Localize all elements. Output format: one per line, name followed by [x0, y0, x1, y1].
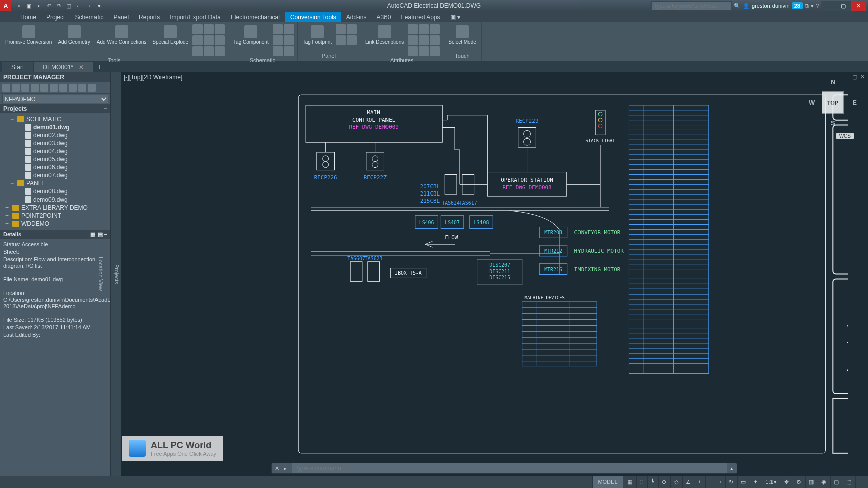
viewcube-east[interactable]: E: [852, 99, 857, 106]
status-otrack-icon[interactable]: ∠: [682, 476, 694, 488]
status-scale[interactable]: 1:1 ▾: [762, 476, 779, 488]
maximize-button[interactable]: ▢: [836, 1, 851, 11]
details-tool-1[interactable]: ▦: [90, 231, 95, 237]
tree-file-demo09[interactable]: demo09.dwg: [1, 196, 109, 204]
cart-icon[interactable]: ▾: [811, 3, 814, 9]
qat-fwd-icon[interactable]: →: [84, 1, 93, 10]
promise-conversion-button[interactable]: Promis-e Conversion: [3, 24, 54, 46]
command-input[interactable]: [292, 463, 727, 473]
tab-panel[interactable]: Panel: [108, 12, 134, 22]
pm-tool-6[interactable]: [50, 84, 58, 92]
pm-tool-4[interactable]: [31, 84, 39, 92]
status-gizmo-icon[interactable]: ✦: [750, 476, 761, 488]
tool-small-6[interactable]: [215, 35, 225, 45]
status-hw-icon[interactable]: ◉: [818, 476, 829, 488]
pm-tool-7[interactable]: [59, 84, 67, 92]
status-lwt-icon[interactable]: ≡: [705, 476, 715, 488]
notification-badge[interactable]: 28: [792, 2, 803, 9]
drawing-canvas[interactable]: [-][Top][2D Wireframe] − ▢ ✕ N S W E TOP…: [121, 72, 868, 476]
status-ortho-icon[interactable]: ┗: [647, 476, 657, 488]
cmd-close-icon[interactable]: ✕: [272, 465, 282, 472]
tool-small-4[interactable]: [192, 35, 203, 45]
tab-project[interactable]: Project: [41, 12, 70, 22]
status-clean-icon[interactable]: ▢: [830, 476, 842, 488]
pnl-small-2[interactable]: [347, 24, 357, 34]
sch-small-6[interactable]: [284, 46, 294, 56]
sch-small-1[interactable]: [273, 24, 283, 34]
side-tab-projects[interactable]: Projects: [114, 76, 120, 472]
tab-reports[interactable]: Reports: [134, 12, 165, 22]
tree-file-demo07[interactable]: demo07.dwg: [1, 171, 109, 179]
vp-close-icon[interactable]: ✕: [860, 74, 865, 80]
tree-file-demo03[interactable]: demo03.dwg: [1, 139, 109, 147]
sch-small-5[interactable]: [273, 46, 283, 56]
attr-small-7[interactable]: [408, 46, 418, 56]
cmd-history-icon[interactable]: ▴: [727, 465, 737, 472]
qat-back-icon[interactable]: ←: [74, 1, 83, 10]
attr-small-1[interactable]: [408, 24, 418, 34]
attr-small-8[interactable]: [419, 46, 429, 56]
minimize-button[interactable]: −: [821, 1, 836, 11]
tree-point2point[interactable]: +POINT2POINT: [1, 212, 109, 220]
tab-featured-apps[interactable]: Featured Apps: [396, 12, 445, 22]
add-tab-button[interactable]: +: [94, 63, 104, 71]
tag-footprint-button[interactable]: Tag Footprint: [301, 24, 334, 46]
tree-wddemo[interactable]: +WDDEMO: [1, 220, 109, 228]
qat-undo-icon[interactable]: ↶: [44, 1, 53, 10]
attr-small-6[interactable]: [430, 35, 440, 45]
pm-tool-1[interactable]: [2, 84, 10, 92]
status-sel-icon[interactable]: ▭: [737, 476, 749, 488]
signin-icon[interactable]: 👤: [743, 3, 750, 9]
status-ann-icon[interactable]: ✥: [781, 476, 792, 488]
sch-small-2[interactable]: [284, 24, 294, 34]
tab-home[interactable]: Home: [15, 12, 41, 22]
status-polar-icon[interactable]: ⊕: [658, 476, 669, 488]
tab-schematic[interactable]: Schematic: [70, 12, 108, 22]
tab-import-export[interactable]: Import/Export Data: [165, 12, 226, 22]
tree-file-demo01[interactable]: demo01.dwg: [1, 123, 109, 131]
status-dyn-icon[interactable]: +: [695, 476, 704, 488]
status-trans-icon[interactable]: ▫: [716, 476, 724, 488]
pm-tool-help[interactable]: [88, 84, 96, 92]
collapse-icon[interactable]: −: [104, 105, 107, 112]
tree-file-demo02[interactable]: demo02.dwg: [1, 131, 109, 139]
close-button[interactable]: ✕: [851, 1, 866, 11]
tool-small-5[interactable]: [204, 35, 214, 45]
side-tab-location-view[interactable]: Location View: [98, 76, 104, 472]
projects-section-header[interactable]: Projects−: [0, 104, 110, 113]
link-descriptions-button[interactable]: Link Descriptions: [363, 24, 406, 46]
add-wire-connections-button[interactable]: Add Wire Connections: [94, 24, 149, 46]
doctab-demo001[interactable]: DEMO001* ✕: [34, 62, 93, 72]
project-combo[interactable]: NFPADEMO: [2, 95, 108, 103]
tag-component-button[interactable]: Tag Component: [231, 24, 271, 46]
tree-panel[interactable]: −PANEL: [1, 179, 109, 187]
status-iso-icon[interactable]: ⬚: [843, 476, 854, 488]
status-model-button[interactable]: MODEL: [592, 476, 622, 488]
tree-extra-library[interactable]: +EXTRA LIBRARY DEMO: [1, 204, 109, 212]
exchange-icon[interactable]: ⧉: [805, 3, 809, 9]
tree-schematic[interactable]: −SCHEMATIC: [1, 115, 109, 123]
qat-redo-icon[interactable]: ↷: [54, 1, 63, 10]
tool-small-2[interactable]: [204, 24, 214, 34]
tab-electromechanical[interactable]: Electromechanical: [226, 12, 285, 22]
ribbon-expand-icon[interactable]: ▣ ▾: [445, 12, 465, 22]
tool-small-9[interactable]: [215, 46, 225, 56]
pm-tool-2[interactable]: [12, 84, 20, 92]
tool-small-3[interactable]: [215, 24, 225, 34]
pnl-small-3[interactable]: [336, 35, 346, 45]
add-geometry-button[interactable]: Add Geometry: [56, 24, 92, 46]
tool-small-7[interactable]: [192, 46, 203, 56]
doctab-start[interactable]: Start: [2, 62, 33, 72]
user-name[interactable]: greston.dunivin: [752, 3, 790, 9]
pm-tool-8[interactable]: [69, 84, 77, 92]
qat-open-icon[interactable]: ▣: [24, 1, 33, 10]
attr-small-4[interactable]: [408, 35, 418, 45]
attr-small-3[interactable]: [430, 24, 440, 34]
tree-file-demo06[interactable]: demo06.dwg: [1, 163, 109, 171]
help-icon[interactable]: ?: [816, 3, 819, 9]
status-osnap-icon[interactable]: ◇: [670, 476, 681, 488]
help-search-input[interactable]: [651, 1, 732, 10]
status-snap-icon[interactable]: ⸬: [636, 476, 646, 488]
details-collapse[interactable]: −: [104, 231, 107, 237]
status-custom-icon[interactable]: ≡: [855, 476, 865, 488]
